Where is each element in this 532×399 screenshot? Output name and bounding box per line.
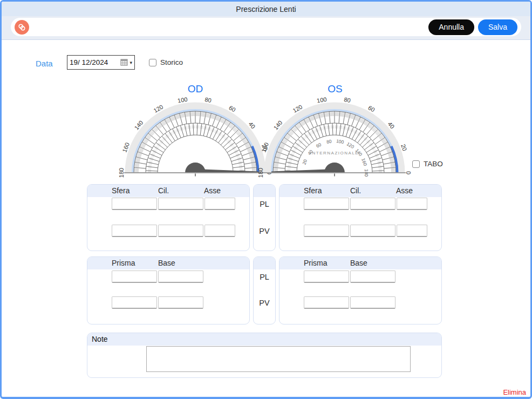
svg-text:80: 80 [344, 96, 351, 104]
od-protractor[interactable]: 020406080100120140160180 [117, 93, 274, 178]
column-header-cil: Cil. [350, 186, 361, 195]
sfera-pl-label: PL [254, 200, 275, 208]
link-button[interactable] [15, 20, 29, 35]
note-panel: Note [87, 333, 442, 378]
os-sfera-pv-input[interactable] [304, 225, 349, 237]
column-header-prisma: Prisma [112, 259, 135, 267]
od-sfera-panel-header: Sfera Cil. Asse [87, 185, 249, 197]
od-base-pl-input[interactable] [158, 270, 203, 283]
os-prisma-panel-header: Prisma Base [279, 257, 441, 269]
svg-text:160: 160 [360, 158, 368, 167]
svg-text:20: 20 [301, 159, 308, 166]
os-sfera-panel-header: Sfera Cil. Asse [279, 185, 441, 197]
svg-text:180: 180 [118, 168, 125, 178]
svg-text:100: 100 [336, 138, 344, 145]
chain-link-icon [18, 23, 26, 31]
od-prisma-pl-input[interactable] [112, 270, 157, 283]
prisma-pl-label: PL [254, 273, 275, 281]
salva-button[interactable]: Salva [478, 19, 517, 35]
tabo-checkbox[interactable] [412, 160, 420, 168]
date-value: 19/ 12/2024 [70, 58, 120, 66]
dialog-title: Prescrizione Lenti [236, 5, 296, 13]
column-header-sfera: Sfera [112, 186, 129, 195]
tabo-label: TABO [424, 160, 443, 168]
column-header-base: Base [158, 259, 175, 267]
os-sfera-pl-input[interactable] [304, 198, 349, 210]
od-cil-pv-input[interactable] [158, 225, 203, 237]
elimina-link[interactable]: Elimina [503, 388, 526, 396]
prescrizione-lenti-dialog: Prescrizione Lenti Annulla Salva Data 19… [0, 0, 532, 399]
calendar-icon[interactable] [120, 59, 128, 66]
column-header-asse: Asse [204, 186, 221, 195]
toolbar: Annulla Salva [2, 16, 530, 40]
os-sfera-panel: Sfera Cil. Asse [279, 184, 442, 251]
prisma-pv-label: PV [254, 299, 275, 307]
os-prisma-pv-input[interactable] [304, 296, 349, 309]
note-panel-header: Note [87, 333, 441, 346]
od-cil-pl-input[interactable] [158, 198, 203, 210]
svg-text:100: 100 [316, 96, 327, 104]
svg-text:180: 180 [257, 168, 264, 178]
column-header-sfera: Sfera [304, 186, 322, 195]
tabo-row: TABO [412, 160, 443, 168]
sfera-rowlabels-panel: PL PV [253, 184, 276, 251]
column-header-base: Base [350, 259, 367, 267]
od-asse-pv-input[interactable] [204, 225, 235, 237]
os-asse-pv-input[interactable] [397, 225, 427, 237]
os-cil-pv-input[interactable] [350, 225, 395, 237]
data-label: Data [36, 59, 53, 68]
os-protractor[interactable]: 0204060801001201401601802040608010012014… [256, 93, 413, 178]
sfera-pv-label: PV [254, 227, 275, 235]
svg-text:0: 0 [405, 171, 412, 174]
svg-text:INTERNAZIONALE: INTERNAZIONALE [310, 151, 359, 155]
os-base-pv-input[interactable] [350, 296, 395, 309]
column-header-prisma: Prisma [304, 259, 328, 267]
storico-row: Storico [149, 58, 183, 66]
column-header-asse: Asse [396, 186, 413, 195]
annulla-button[interactable]: Annulla [428, 19, 474, 35]
prisma-rowlabels-panel: PL PV [253, 256, 276, 324]
os-asse-pl-input[interactable] [397, 198, 427, 210]
od-prisma-panel: Prisma Base [87, 256, 250, 324]
od-prisma-panel-header: Prisma Base [87, 257, 249, 269]
storico-label: Storico [160, 58, 183, 66]
note-textarea[interactable] [146, 346, 411, 372]
storico-checkbox[interactable] [149, 59, 156, 66]
date-input[interactable]: 19/ 12/2024 ▾ [67, 55, 135, 70]
svg-text:60: 60 [315, 141, 322, 149]
od-sfera-panel: Sfera Cil. Asse [87, 184, 250, 251]
os-prisma-panel: Prisma Base [279, 256, 442, 324]
od-asse-pl-input[interactable] [204, 198, 235, 210]
od-sfera-pv-input[interactable] [112, 225, 157, 237]
prisma-rowlabels-header [254, 257, 275, 269]
svg-text:80: 80 [204, 96, 212, 104]
od-sfera-pl-input[interactable] [112, 198, 157, 210]
svg-text:80: 80 [326, 138, 332, 145]
os-cil-pl-input[interactable] [350, 198, 395, 210]
svg-text:120: 120 [346, 141, 356, 150]
os-base-pl-input[interactable] [350, 270, 395, 283]
column-header-cil: Cil. [158, 186, 169, 195]
dialog-titlebar: Prescrizione Lenti [2, 2, 530, 16]
toolbar-inner-bar: Annulla Salva [11, 18, 521, 36]
caret-down-icon[interactable]: ▾ [129, 60, 132, 65]
od-prisma-pv-input[interactable] [112, 296, 157, 309]
note-label: Note [92, 335, 108, 343]
od-base-pv-input[interactable] [158, 296, 203, 309]
os-prisma-pl-input[interactable] [304, 270, 349, 283]
sfera-rowlabels-header [254, 185, 275, 197]
svg-text:100: 100 [177, 96, 188, 104]
